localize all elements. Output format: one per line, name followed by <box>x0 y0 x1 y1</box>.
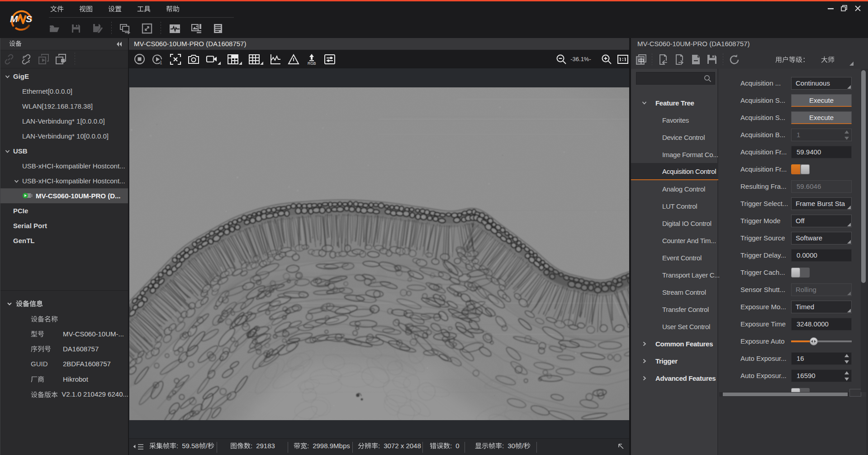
image-canvas[interactable] <box>129 68 629 438</box>
feature-tree-item[interactable]: Transfer Control <box>631 301 718 318</box>
property-dropdown[interactable]: Continuous <box>791 77 852 90</box>
save-features-icon[interactable] <box>706 53 718 65</box>
popout-arrow-icon[interactable] <box>617 443 625 450</box>
device-info-header[interactable] <box>0 296 128 311</box>
device-tree-item[interactable]: WLAN[192.168.178.38] <box>0 99 128 114</box>
device-tree-item[interactable]: GigE <box>0 69 128 84</box>
spin-arrows[interactable] <box>844 371 849 381</box>
zoom-out-icon[interactable] <box>555 53 567 65</box>
dropdown-wedge[interactable] <box>260 62 263 65</box>
rgb-adjust-icon[interactable]: RGB <box>306 53 318 65</box>
feature-tree-item[interactable]: Analog Control <box>631 180 718 197</box>
device-tree-item[interactable]: USB <box>0 144 128 158</box>
spin-down-icon[interactable] <box>844 137 849 140</box>
property-input[interactable]: 59.6046 <box>791 180 852 193</box>
device-tree-item[interactable]: MV-CS060-10UM-PRO (D... <box>0 188 128 203</box>
record-video-icon[interactable] <box>206 53 218 65</box>
property-input[interactable]: 3248.0000 <box>791 318 852 330</box>
device-tree-item[interactable]: LAN-Verbindung* 10[0.0.0.0] <box>0 129 128 144</box>
menu-help[interactable] <box>158 2 187 16</box>
property-toggle[interactable] <box>791 268 810 278</box>
feature-tree-item[interactable]: User Set Control <box>631 318 718 335</box>
zoom-in-icon[interactable] <box>601 53 612 65</box>
feature-search-input[interactable] <box>636 72 715 85</box>
feature-tree-item[interactable]: Counter And Tim... <box>631 232 718 249</box>
property-spinbox[interactable]: 16 <box>791 352 852 365</box>
device-tree-item[interactable]: USB-xHCI-kompatibler Hostcont... <box>0 173 128 188</box>
device-tree-item[interactable]: LAN-Verbindung* 1[0.0.0.0] <box>0 114 128 129</box>
image-settings-icon[interactable] <box>324 53 336 65</box>
chevron-down-icon[interactable] <box>14 179 19 184</box>
feature-tree-item[interactable]: Stream Control <box>631 283 718 301</box>
chevron-down-icon[interactable] <box>5 74 10 79</box>
feature-tree-item[interactable]: Feature Tree <box>631 94 718 111</box>
spin-up-icon[interactable] <box>844 354 849 357</box>
layout-switch-button[interactable] <box>119 23 131 34</box>
spin-down-icon[interactable] <box>844 360 849 364</box>
feature-tree-item[interactable]: Event Control <box>631 249 718 266</box>
vertical-scrollbar[interactable] <box>861 69 866 392</box>
slider-knob[interactable] <box>810 337 818 345</box>
feature-tree-item[interactable]: Common Features <box>631 335 718 352</box>
device-tree-item[interactable]: USB-xHCI-kompatibler Hostcont... <box>0 158 128 173</box>
spin-up-icon[interactable] <box>844 130 849 134</box>
property-dropdown[interactable]: Rolling <box>791 283 852 296</box>
property-slider[interactable] <box>791 338 852 345</box>
chevron-right-icon[interactable] <box>642 376 647 381</box>
property-dropdown[interactable]: Off <box>791 215 852 227</box>
save-as-button[interactable] <box>92 23 104 34</box>
hscroll-thumb[interactable] <box>723 393 848 396</box>
property-input[interactable]: 59.9400 <box>791 146 852 158</box>
feature-tree-item[interactable]: Digital IO Control <box>631 215 718 232</box>
feature-tree-item[interactable]: Device Control <box>631 129 718 146</box>
execute-button[interactable]: Execute <box>791 94 852 107</box>
feature-tree-item[interactable]: Trigger <box>631 352 718 369</box>
minimize-button[interactable] <box>824 2 837 14</box>
user-level-control[interactable] <box>775 50 835 69</box>
dropdown-wedge[interactable] <box>218 62 221 65</box>
property-dropdown[interactable]: Timed <box>791 301 852 313</box>
actual-size-icon[interactable] <box>617 53 629 65</box>
log-button[interactable] <box>212 23 224 34</box>
chevron-right-icon[interactable] <box>642 359 647 364</box>
vscroll-thumb[interactable] <box>861 70 866 283</box>
spin-up-icon[interactable] <box>844 371 849 374</box>
device-tree-item[interactable]: GenTL <box>0 233 128 248</box>
device-tree-item[interactable]: PCIe <box>0 203 128 218</box>
menu-file[interactable] <box>43 2 71 16</box>
fit-window-icon[interactable] <box>170 53 181 65</box>
disconnect-device-icon[interactable] <box>20 53 32 65</box>
feature-tree-item[interactable]: Advanced Features <box>631 369 718 387</box>
menu-view[interactable] <box>71 2 100 16</box>
chevron-down-icon[interactable] <box>642 101 647 105</box>
stop-acquisition-icon[interactable] <box>133 53 145 65</box>
viewer-tab[interactable]: MV-CS060-10UM-PRO (DA1608757) <box>134 40 246 48</box>
refresh-icon[interactable] <box>728 53 740 65</box>
collapse-panel-button[interactable] <box>116 41 123 48</box>
image-log-button[interactable] <box>190 23 202 34</box>
chevron-right-icon[interactable] <box>642 341 647 346</box>
stop-all-acquisition-icon[interactable] <box>55 53 66 65</box>
split-view-icon[interactable] <box>227 53 239 65</box>
device-tree-item[interactable]: Ethernet[0.0.0.0] <box>0 84 128 99</box>
export-file-icon[interactable] <box>690 53 702 65</box>
fullscreen-button[interactable] <box>141 23 153 34</box>
feature-tree-item[interactable]: LUT Control <box>631 197 718 215</box>
close-button[interactable] <box>851 2 864 14</box>
dropdown-wedge[interactable] <box>239 62 242 65</box>
property-dropdown[interactable]: Frame Burst Sta <box>791 197 852 210</box>
connect-device-icon[interactable] <box>3 53 15 65</box>
save-image-button[interactable] <box>70 23 82 34</box>
feature-tree-item[interactable]: Image Format Co... <box>631 146 718 163</box>
grid-view-icon[interactable] <box>248 53 260 65</box>
spin-arrows[interactable] <box>844 354 849 364</box>
open-image-button[interactable] <box>48 23 60 34</box>
property-toggle[interactable] <box>791 388 810 392</box>
property-dropdown[interactable]: Software <box>791 232 852 244</box>
restore-button[interactable] <box>837 2 851 14</box>
spin-down-icon[interactable] <box>844 378 849 381</box>
import-features-icon[interactable] <box>657 53 669 65</box>
property-spinbox[interactable]: 16590 <box>791 369 852 382</box>
menu-tools[interactable] <box>129 2 158 16</box>
device-tree-item[interactable]: Serial Port <box>0 218 128 233</box>
